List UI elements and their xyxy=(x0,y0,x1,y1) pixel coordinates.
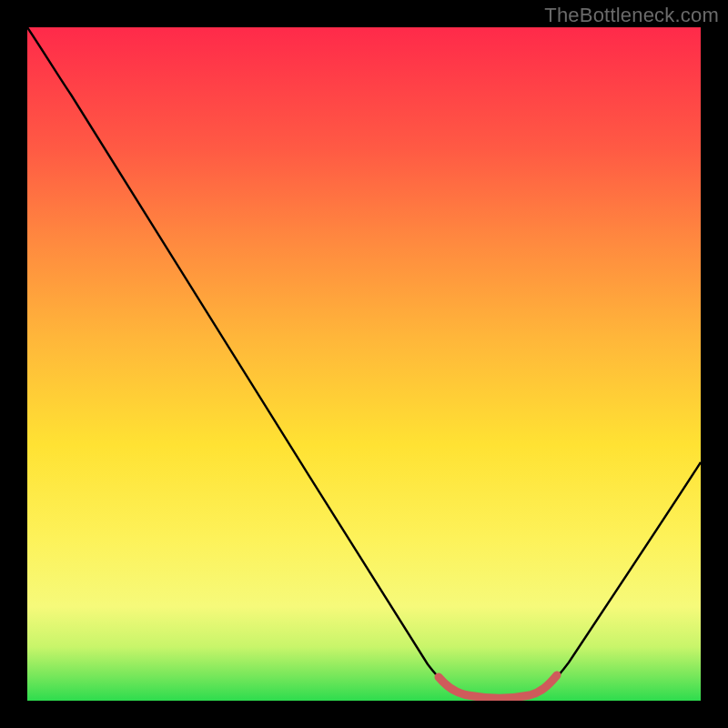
chart-frame: TheBottleneck.com xyxy=(0,0,728,728)
optimal-segment-path xyxy=(439,675,557,698)
watermark-label: TheBottleneck.com xyxy=(544,4,719,27)
curve-svg xyxy=(27,27,701,701)
bottleneck-curve-path xyxy=(27,27,701,698)
plot-area xyxy=(27,27,701,701)
